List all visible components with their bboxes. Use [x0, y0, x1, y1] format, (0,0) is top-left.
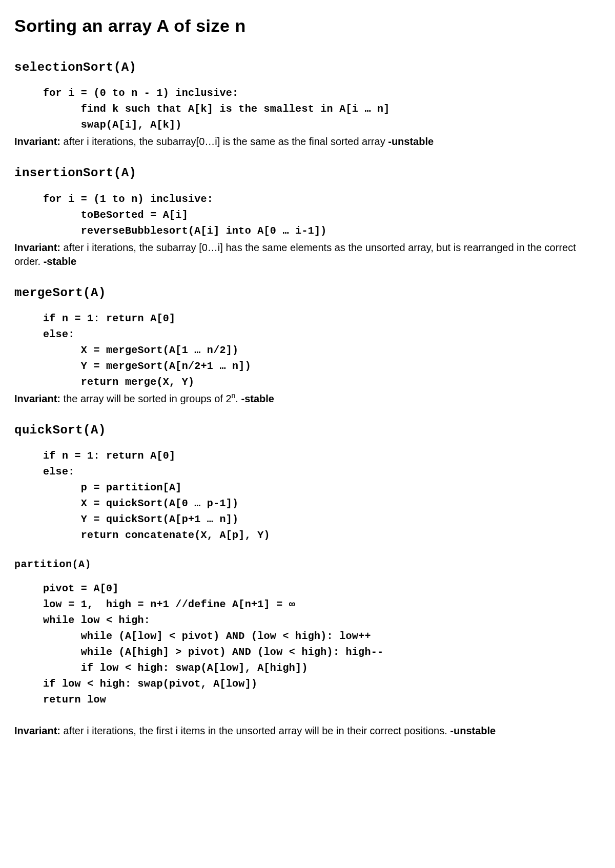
stability-tag: -unstable [450, 725, 496, 736]
page-title: Sorting an array A of size n [14, 14, 601, 38]
section-selection-sort: selectionSort(A) for i = (0 to n - 1) in… [14, 59, 601, 149]
code-insertion-sort: for i = (1 to n) inclusive: toBeSorted =… [43, 191, 601, 239]
invariant-text-pre: the array will be sorted in groups of 2 [60, 393, 232, 404]
heading-insertion-sort: insertionSort(A) [14, 165, 601, 181]
section-merge-sort: mergeSort(A) if n = 1: return A[0] else:… [14, 285, 601, 406]
heading-merge-sort: mergeSort(A) [14, 285, 601, 301]
spacer [14, 710, 601, 713]
invariant-text-post: . [235, 393, 241, 404]
stability-tag: -stable [241, 393, 274, 404]
invariant-text: after i iterations, the subarray [0…i] h… [14, 242, 576, 267]
invariant-label: Invariant: [14, 136, 60, 147]
heading-quick-sort: quickSort(A) [14, 422, 601, 439]
heading-selection-sort: selectionSort(A) [14, 59, 601, 76]
heading-partition: partition(A) [14, 557, 601, 571]
invariant-text: after i iterations, the subarray[0…i] is… [60, 136, 388, 147]
invariant-label: Invariant: [14, 242, 60, 253]
invariant-selection-sort: Invariant: after i iterations, the subar… [14, 135, 601, 149]
invariant-merge-sort: Invariant: the array will be sorted in g… [14, 392, 601, 406]
invariant-insertion-sort: Invariant: after i iterations, the subar… [14, 241, 601, 268]
code-selection-sort: for i = (0 to n - 1) inclusive: find k s… [43, 85, 601, 133]
invariant-label: Invariant: [14, 393, 60, 404]
section-quick-sort: quickSort(A) if n = 1: return A[0] else:… [14, 422, 601, 738]
stability-tag: -stable [44, 256, 76, 267]
invariant-label: Invariant: [14, 725, 60, 736]
code-quick-sort: if n = 1: return A[0] else: p = partitio… [43, 448, 601, 543]
stability-tag: -unstable [388, 136, 434, 147]
section-insertion-sort: insertionSort(A) for i = (1 to n) inclus… [14, 165, 601, 268]
invariant-text: after i iterations, the first i items in… [60, 725, 450, 736]
code-merge-sort: if n = 1: return A[0] else: X = mergeSor… [43, 311, 601, 390]
invariant-quick-sort: Invariant: after i iterations, the first… [14, 724, 601, 738]
code-partition: pivot = A[0] low = 1, high = n+1 //defin… [43, 581, 601, 708]
